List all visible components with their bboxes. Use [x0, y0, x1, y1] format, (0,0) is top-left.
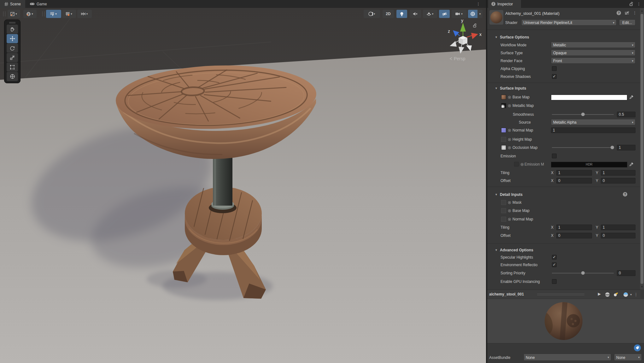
- section-surface-options[interactable]: ▼ Surface Options: [487, 33, 641, 41]
- alpha-clipping-checkbox[interactable]: [552, 66, 557, 71]
- texture-picker-icon[interactable]: [508, 96, 511, 99]
- occlusion-map-thumbnail[interactable]: [501, 145, 506, 150]
- section-detail-inputs[interactable]: ▼ Detail Inputs ?: [487, 190, 641, 199]
- chevron-down-icon[interactable]: ▾: [629, 293, 632, 296]
- projection-label[interactable]: Persp: [449, 56, 465, 61]
- emission-color-swatch[interactable]: HDR: [551, 162, 627, 167]
- scene-lighting-button[interactable]: [396, 10, 407, 18]
- surface-type-dropdown[interactable]: Opaque▼: [551, 50, 635, 56]
- asset-label-icon[interactable]: [634, 344, 641, 351]
- environment-reflections-checkbox[interactable]: ✓: [552, 262, 557, 267]
- preview-menu-icon[interactable]: ⋮: [634, 290, 638, 298]
- shader-dropdown[interactable]: Universal Render Pipeline/Lit ▼: [521, 20, 617, 26]
- texture-picker-icon[interactable]: [508, 146, 511, 149]
- gizmos-dropdown[interactable]: ▾: [477, 10, 483, 18]
- detail-base-map-thumbnail[interactable]: [501, 208, 506, 213]
- gizmos-button[interactable]: [468, 10, 477, 18]
- receive-shadows-checkbox[interactable]: ✓: [552, 74, 557, 79]
- tool-handle-position-button[interactable]: ▾: [8, 10, 20, 18]
- scroll-up-icon[interactable]: ▲: [640, 9, 644, 12]
- gizmo-lock-icon[interactable]: [473, 23, 477, 28]
- slider-knob[interactable]: [611, 146, 614, 149]
- smoothness-field[interactable]: 0.5: [617, 112, 635, 117]
- texture-picker-icon[interactable]: [508, 209, 511, 212]
- smoothness-slider[interactable]: [552, 114, 614, 115]
- detail-tiling-y-field[interactable]: 1: [601, 225, 635, 230]
- tiling-y-field[interactable]: 1: [601, 170, 635, 176]
- view-hand-tool[interactable]: [7, 25, 18, 34]
- tab-game[interactable]: Game: [25, 0, 51, 8]
- asset-bundle-dropdown[interactable]: None▼: [524, 354, 611, 361]
- grid-snapping-button[interactable]: ▾: [62, 10, 76, 18]
- occlusion-strength-slider[interactable]: [552, 147, 614, 148]
- height-map-thumbnail[interactable]: [501, 137, 506, 142]
- material-thumbnail[interactable]: [489, 10, 503, 25]
- help-icon[interactable]: ?: [617, 11, 621, 15]
- rect-tool[interactable]: [7, 62, 18, 72]
- sorting-priority-slider[interactable]: [552, 273, 614, 273]
- asset-bundle-variant-dropdown[interactable]: None▼: [614, 354, 642, 361]
- snap-increment-button[interactable]: ▾: [77, 10, 92, 18]
- scene-3d-canvas[interactable]: [0, 8, 486, 363]
- texture-picker-icon[interactable]: [508, 138, 511, 141]
- offset-y-field[interactable]: 0: [601, 178, 635, 184]
- sorting-priority-field[interactable]: 0: [617, 270, 635, 276]
- overlay-drag-handle[interactable]: [5, 21, 19, 24]
- rotate-tool[interactable]: [7, 44, 18, 53]
- offset-x-field[interactable]: 0: [556, 178, 592, 184]
- scene-tabbar-menu-icon[interactable]: ⋮: [476, 0, 480, 8]
- tiling-x-field[interactable]: 1: [556, 170, 592, 176]
- help-icon[interactable]: ?: [623, 192, 627, 196]
- detail-offset-x-field[interactable]: 0: [556, 233, 592, 238]
- orientation-gizmo[interactable]: y x z: [441, 18, 485, 59]
- draw-mode-button[interactable]: ▾: [364, 10, 380, 18]
- base-map-thumbnail[interactable]: [501, 95, 506, 100]
- material-preview-area[interactable]: [487, 299, 644, 343]
- texture-picker-icon[interactable]: [521, 163, 524, 166]
- tab-scene[interactable]: Scene: [0, 0, 25, 8]
- inspector-menu-icon[interactable]: ⋮: [637, 0, 641, 8]
- workflow-mode-dropdown[interactable]: Metallic▼: [551, 42, 635, 48]
- preview-environment-icon[interactable]: [624, 292, 628, 297]
- texture-picker-icon[interactable]: [508, 218, 511, 221]
- specular-highlights-checkbox[interactable]: ✓: [552, 255, 557, 260]
- slider-knob[interactable]: [581, 113, 585, 116]
- normal-map-thumbnail[interactable]: [501, 128, 506, 133]
- lock-icon[interactable]: [629, 2, 633, 6]
- presets-icon[interactable]: [624, 11, 629, 15]
- shader-edit-button[interactable]: Edit...: [619, 20, 635, 26]
- detail-mask-thumbnail[interactable]: [501, 200, 506, 205]
- smoothness-source-dropdown[interactable]: Metallic Alpha▼: [551, 120, 635, 125]
- scene-camera-button[interactable]: ▾: [452, 10, 467, 18]
- move-tool[interactable]: [7, 34, 18, 43]
- render-face-dropdown[interactable]: Front▼: [551, 58, 635, 64]
- detail-normal-map-thumbnail[interactable]: [501, 217, 506, 222]
- transform-tool[interactable]: [7, 72, 18, 81]
- texture-picker-icon[interactable]: [508, 201, 511, 204]
- eyedropper-icon[interactable]: [629, 162, 634, 167]
- emission-checkbox[interactable]: [552, 154, 557, 158]
- texture-picker-icon[interactable]: [508, 129, 511, 132]
- preview-mesh-icon[interactable]: [605, 292, 610, 297]
- gpu-instancing-checkbox[interactable]: [552, 279, 557, 284]
- material-menu-icon[interactable]: ⋮: [633, 11, 637, 15]
- metallic-map-thumbnail[interactable]: [501, 103, 506, 108]
- inspector-scrollbar[interactable]: ▲ ▼: [640, 8, 644, 290]
- detail-tiling-x-field[interactable]: 1: [556, 225, 592, 230]
- normal-scale-field[interactable]: 1: [551, 127, 635, 133]
- preview-play-icon[interactable]: ▶: [598, 292, 601, 296]
- slider-knob[interactable]: [581, 271, 585, 275]
- detail-offset-y-field[interactable]: 0: [601, 233, 635, 238]
- tab-inspector[interactable]: i Inspector: [488, 0, 521, 8]
- eyedropper-icon[interactable]: [629, 95, 634, 99]
- tool-handle-rotation-button[interactable]: ▾: [23, 10, 37, 18]
- effects-button[interactable]: ▾: [423, 10, 437, 18]
- preview-lighting-icon[interactable]: [613, 292, 618, 297]
- base-color-swatch[interactable]: [551, 95, 627, 100]
- scroll-down-icon[interactable]: ▼: [640, 285, 644, 288]
- preview-drag-handle[interactable]: [537, 294, 584, 295]
- grid-visibility-button[interactable]: Y ▾: [46, 10, 61, 18]
- scrollbar-thumb[interactable]: [641, 14, 643, 284]
- section-surface-inputs[interactable]: ▼ Surface Inputs: [487, 84, 641, 92]
- scale-tool[interactable]: [7, 53, 18, 62]
